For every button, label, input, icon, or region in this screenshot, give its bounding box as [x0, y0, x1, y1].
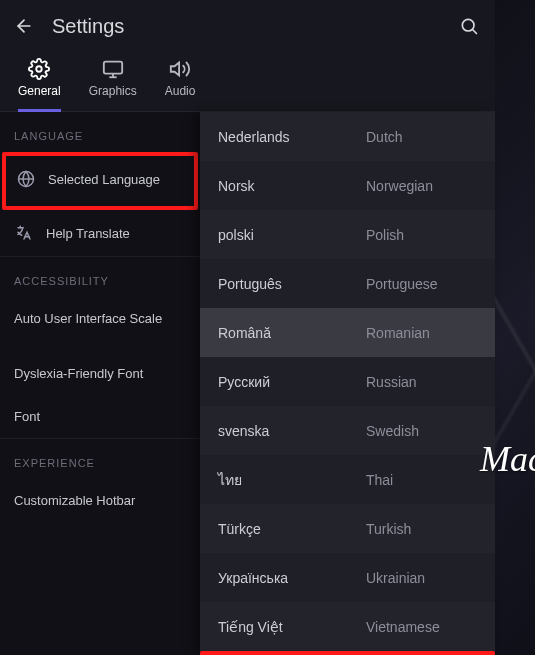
tab-graphics[interactable]: Graphics [89, 58, 137, 111]
svg-line-2 [473, 30, 477, 34]
language-native: Українська [218, 570, 358, 586]
setting-label: Dyslexia-Friendly Font [14, 366, 143, 381]
setting-label: Help Translate [46, 226, 130, 241]
language-english: Ukrainian [366, 570, 477, 586]
language-native: Română [218, 325, 358, 341]
tab-label: Graphics [89, 84, 137, 98]
language-english: Polish [366, 227, 477, 243]
language-english: Turkish [366, 521, 477, 537]
setting-dyslexia-font[interactable]: Dyslexia-Friendly Font [0, 340, 200, 395]
language-option[interactable]: svenskaSwedish [200, 406, 495, 455]
tab-label: General [18, 84, 61, 98]
language-option[interactable]: TürkçeTurkish [200, 504, 495, 553]
setting-label: Auto User Interface Scale [14, 311, 162, 326]
language-native: Nederlands [218, 129, 358, 145]
setting-customizable-hotbar[interactable]: Customizable Hotbar [0, 479, 200, 522]
language-english: Dutch [366, 129, 477, 145]
language-english: Norwegian [366, 178, 477, 194]
section-heading-accessibility: ACCESSIBILITY [0, 256, 200, 297]
language-english: Swedish [366, 423, 477, 439]
translate-icon [14, 224, 34, 242]
language-option[interactable]: PortuguêsPortuguese [200, 259, 495, 308]
language-option[interactable]: Tiếng ViệtVietnamese [200, 602, 495, 651]
language-english: Vietnamese [366, 619, 477, 635]
setting-selected-language[interactable]: Selected Language [2, 152, 198, 210]
setting-label: Font [14, 409, 40, 424]
language-english: Romanian [366, 325, 477, 341]
language-option[interactable]: РусскийRussian [200, 357, 495, 406]
svg-rect-6 [104, 62, 122, 74]
language-english: Portuguese [366, 276, 477, 292]
language-option[interactable]: NorskNorwegian [200, 161, 495, 210]
language-option[interactable]: ไทยThai [200, 455, 495, 504]
setting-auto-ui-scale[interactable]: Auto User Interface Scale [0, 297, 200, 340]
language-native: svenska [218, 423, 358, 439]
section-heading-experience: EXPERIENCE [0, 438, 200, 479]
svg-marker-9 [171, 63, 179, 76]
monitor-icon [102, 58, 124, 80]
svg-point-5 [37, 66, 43, 72]
language-option[interactable]: 简体中文Chinese Simplified [200, 651, 495, 655]
language-option[interactable]: polskiPolish [200, 210, 495, 259]
language-option[interactable]: NederlandsDutch [200, 112, 495, 161]
back-button[interactable] [10, 12, 38, 40]
tabs-bar: General Graphics Audio [0, 52, 535, 112]
language-native: Русский [218, 374, 358, 390]
setting-label: Customizable Hotbar [14, 493, 135, 508]
language-english: Russian [366, 374, 477, 390]
search-button[interactable] [455, 12, 483, 40]
language-native: Türkçe [218, 521, 358, 537]
speaker-icon [169, 58, 191, 80]
page-title: Settings [52, 15, 441, 38]
setting-font[interactable]: Font [0, 395, 200, 438]
tab-audio[interactable]: Audio [165, 58, 196, 111]
tab-label: Audio [165, 84, 196, 98]
setting-label: Selected Language [48, 172, 160, 187]
language-list-panel: NederlandsDutchNorskNorwegianpolskiPolis… [200, 112, 495, 655]
language-native: Norsk [218, 178, 358, 194]
globe-icon [16, 170, 36, 188]
language-native: Tiếng Việt [218, 619, 358, 635]
tab-general[interactable]: General [18, 58, 61, 111]
language-option[interactable]: RomânăRomanian [200, 308, 495, 357]
setting-help-translate[interactable]: Help Translate [0, 210, 200, 256]
language-native: Português [218, 276, 358, 292]
settings-left-column: LANGUAGE Selected Language Help Translat… [0, 112, 200, 655]
language-native: polski [218, 227, 358, 243]
header-bar: Settings [0, 0, 535, 52]
language-option[interactable]: УкраїнськаUkrainian [200, 553, 495, 602]
language-native: ไทย [218, 469, 358, 491]
gear-icon [28, 58, 50, 80]
section-heading-language: LANGUAGE [0, 112, 200, 152]
language-english: Thai [366, 472, 477, 488]
